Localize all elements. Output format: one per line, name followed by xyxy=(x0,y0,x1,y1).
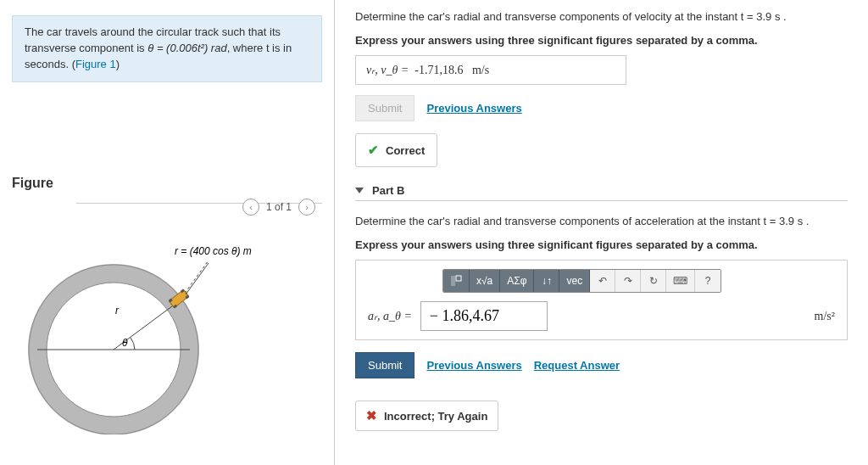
correct-label: Correct xyxy=(386,144,425,157)
svg-rect-13 xyxy=(456,276,461,281)
parta-unit: m/s xyxy=(472,64,489,76)
toolbar-updown-button[interactable]: ↓↑ xyxy=(534,270,559,292)
toolbar-undo-button[interactable]: ↶ xyxy=(590,270,615,292)
toolbar-help-button[interactable]: ? xyxy=(695,270,721,292)
toolbar-redo-button[interactable]: ↷ xyxy=(615,270,641,292)
cross-icon: ✖ xyxy=(366,408,377,423)
figure-next-button[interactable]: › xyxy=(298,199,315,216)
r-label-svg: r xyxy=(115,305,120,317)
toolbar-vec-button[interactable]: vec xyxy=(559,270,590,292)
svg-line-11 xyxy=(186,263,209,294)
partb-answer-box: x√a ΑΣφ ↓↑ vec ↶ ↷ ↻ ⌨ ? aᵣ, a_θ = m/s² xyxy=(355,260,848,340)
figure-nav-label: 1 of 1 xyxy=(266,201,292,213)
parta-previous-answers-link[interactable]: Previous Answers xyxy=(426,102,521,115)
toolbar-keyboard-button[interactable]: ⌨ xyxy=(666,270,695,292)
check-icon: ✔ xyxy=(368,143,379,158)
incorrect-label: Incorrect; Try Again xyxy=(384,410,487,423)
figure-link[interactable]: Figure 1 xyxy=(75,58,116,70)
partb-answer-input[interactable] xyxy=(420,301,548,331)
toolbar-templates-button[interactable] xyxy=(443,270,470,292)
partb-header[interactable]: Part B xyxy=(355,184,848,201)
parta-answer-display: vᵣ, v_θ = -1.71,18.6 m/s xyxy=(355,55,626,85)
partb-previous-answers-link[interactable]: Previous Answers xyxy=(426,359,521,372)
equation-toolbar: x√a ΑΣφ ↓↑ vec ↶ ↷ ↻ ⌨ ? xyxy=(442,269,721,293)
partb-prompt: Determine the car's radial and transvers… xyxy=(355,213,848,230)
parta-value: -1.71,18.6 xyxy=(415,64,463,76)
theta-label-svg: θ xyxy=(122,337,128,349)
partb-request-answer-link[interactable]: Request Answer xyxy=(534,359,620,372)
partb-var-label: aᵣ, a_θ = xyxy=(368,309,412,323)
parta-correct-feedback: ✔ Correct xyxy=(355,133,437,167)
figure-heading: Figure xyxy=(0,176,334,198)
parta-instruction: Express your answers using three signifi… xyxy=(355,32,848,49)
partb-title: Part B xyxy=(372,184,404,197)
parta-submit-button: Submit xyxy=(355,95,415,121)
figure-prev-button[interactable]: ‹ xyxy=(242,199,259,216)
toolbar-reset-button[interactable]: ↻ xyxy=(641,270,666,292)
problem-text-suffix: ) xyxy=(116,58,120,70)
partb-incorrect-feedback: ✖ Incorrect; Try Again xyxy=(355,401,498,431)
figure-diagram: θ r r = (400 cos θ) m xyxy=(0,204,334,447)
parta-var-label: vᵣ, v_θ = xyxy=(366,64,409,76)
problem-statement: The car travels around the circular trac… xyxy=(12,15,322,82)
partb-instruction: Express your answers using three signifi… xyxy=(355,237,848,254)
svg-rect-12 xyxy=(451,276,455,286)
parta-prompt: Determine the car's radial and transvers… xyxy=(355,8,848,25)
partb-unit: m/s² xyxy=(815,310,835,323)
chevron-down-icon xyxy=(355,188,364,193)
toolbar-greek-button[interactable]: ΑΣφ xyxy=(500,270,534,292)
partb-submit-button[interactable]: Submit xyxy=(355,352,415,378)
r-formula-svg: r = (400 cos θ) m xyxy=(175,245,252,257)
problem-formula: θ = (0.006t²) rad xyxy=(147,42,226,54)
toolbar-root-button[interactable]: x√a xyxy=(470,270,500,292)
